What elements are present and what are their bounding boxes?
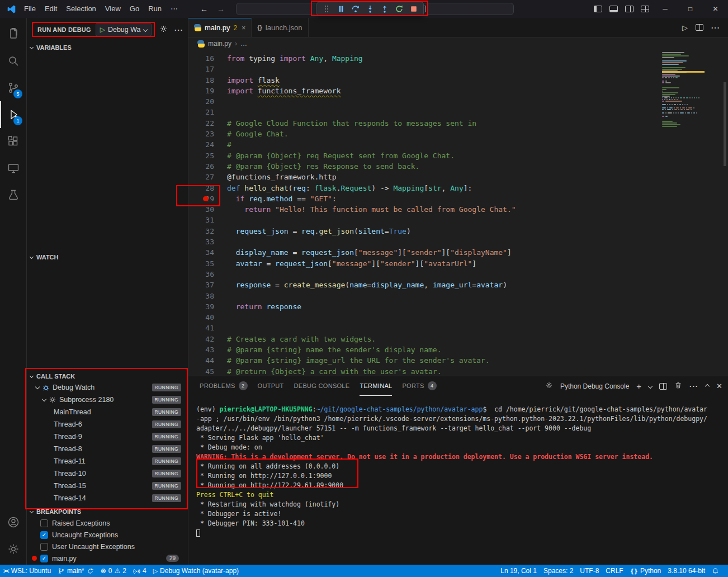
code-editor[interactable]: 16from typing import Any, Mapping1718imp…	[188, 50, 728, 376]
line-number[interactable]: 21	[188, 107, 214, 117]
menu-edit[interactable]: Edit	[40, 0, 62, 18]
back-arrow-icon[interactable]: ←	[200, 4, 208, 13]
line-number[interactable]: 27	[188, 172, 214, 182]
call-stack-row[interactable]: MainThreadRUNNING	[27, 406, 188, 418]
line-number[interactable]: 26	[188, 161, 214, 172]
run-python-file-icon[interactable]: ▷	[682, 23, 688, 32]
call-stack-row[interactable]: Thread-8RUNNING	[27, 443, 188, 455]
menu-more[interactable]: ⋯	[166, 0, 182, 18]
line-number[interactable]: 22	[188, 118, 214, 129]
status-interpreter[interactable]: 3.8.10 64-bit	[664, 565, 708, 577]
panel-tab-output[interactable]: OUTPUT	[258, 376, 284, 396]
settings-gear-icon[interactable]	[0, 536, 26, 562]
debug-config-dropdown[interactable]: ▷ Debug Wa	[96, 23, 152, 36]
customize-layout-icon[interactable]	[637, 0, 653, 18]
line-number[interactable]: 32	[188, 226, 214, 237]
call-stack-row[interactable]: Thread-15RUNNING	[27, 480, 188, 492]
line-number[interactable]: 44	[188, 355, 214, 366]
close-tab-icon[interactable]: ×	[242, 24, 245, 32]
step-over-icon[interactable]	[349, 3, 362, 15]
call-stack-row[interactable]: Thread-6RUNNING	[27, 418, 188, 431]
editor-scrollbar[interactable]	[724, 82, 726, 166]
breakpoint-glyph-icon[interactable]	[203, 196, 209, 202]
kill-terminal-icon[interactable]	[674, 381, 682, 391]
terminal-profiles-chevron-icon[interactable]	[648, 384, 653, 388]
views-more-actions-icon[interactable]: ···	[174, 26, 183, 34]
call-stack-row[interactable]: Thread-9RUNNING	[27, 431, 188, 443]
tab-main-py[interactable]: main.py2×	[188, 18, 252, 37]
minimize-button[interactable]: ─	[653, 0, 678, 18]
minimap[interactable]	[662, 52, 705, 127]
call-stack-row[interactable]: Thread-10RUNNING	[27, 467, 188, 480]
breakpoint-checkbox[interactable]: ✓	[40, 531, 48, 539]
line-number[interactable]: 35	[188, 258, 214, 269]
tab-launch-json[interactable]: {}launch.json	[252, 18, 308, 37]
close-panel-icon[interactable]: ✕	[716, 382, 722, 390]
line-number[interactable]: 29	[188, 193, 214, 204]
line-number[interactable]: 36	[188, 269, 214, 280]
toggle-secondary-sidebar-icon[interactable]	[621, 0, 637, 18]
breakpoint-row[interactable]: ✓main.py29	[27, 552, 188, 564]
status-remote[interactable]: ><WSL: Ubuntu	[0, 565, 54, 577]
search-icon[interactable]	[0, 48, 26, 74]
line-number[interactable]: 33	[188, 237, 214, 247]
status-debug-session[interactable]: ▷Debug Watch (avatar-app)	[150, 565, 242, 577]
breakpoint-row[interactable]: Raised Exceptions	[27, 517, 188, 529]
stop-icon[interactable]	[407, 3, 420, 15]
status-encoding[interactable]: UTF-8	[576, 565, 602, 577]
call-stack-row[interactable]: Thread-11RUNNING	[27, 455, 188, 467]
line-number[interactable]: 40	[188, 312, 214, 323]
line-number[interactable]: 19	[188, 86, 214, 96]
maximize-panel-icon[interactable]	[705, 384, 710, 388]
toggle-panel-icon[interactable]	[606, 0, 621, 18]
close-button[interactable]: ✕	[703, 0, 728, 18]
line-number[interactable]: 39	[188, 301, 214, 312]
call-stack-row[interactable]: Thread-14RUNNING	[27, 492, 188, 504]
breakpoint-checkbox[interactable]	[40, 543, 48, 551]
run-and-debug-icon[interactable]: 1	[0, 101, 26, 128]
pause-icon[interactable]	[334, 3, 348, 15]
status-cursor-position[interactable]: Ln 19, Col 1	[497, 565, 540, 577]
line-number[interactable]: 31	[188, 215, 214, 225]
status-language-mode[interactable]: {}Python	[627, 565, 665, 577]
testing-icon[interactable]	[0, 182, 26, 209]
panel-tab-ports[interactable]: PORTS4	[402, 376, 436, 396]
line-number[interactable]: 18	[188, 75, 214, 86]
line-number[interactable]: 16	[188, 53, 214, 64]
panel-tab-terminal[interactable]: TERMINAL	[360, 376, 392, 396]
panel-tab-debug-console[interactable]: DEBUG CONSOLE	[294, 376, 350, 396]
line-number[interactable]: 38	[188, 291, 214, 301]
breadcrumb-file[interactable]: main.py	[208, 40, 231, 48]
debug-settings-gear-icon[interactable]	[159, 25, 168, 35]
remote-explorer-icon[interactable]	[0, 155, 26, 182]
chevron-down-icon[interactable]	[35, 384, 40, 389]
call-stack-section-header[interactable]: CALL STACK	[27, 370, 188, 382]
status-indentation[interactable]: Spaces: 2	[540, 565, 576, 577]
line-number[interactable]: 43	[188, 344, 214, 355]
status-problems[interactable]: ⊗0⚠2	[97, 565, 130, 577]
variables-section-header[interactable]: VARIABLES	[27, 41, 188, 54]
terminal[interactable]: (env) pierrick@LAPTOP-HKU5PNNG:~/git/goo…	[188, 396, 728, 565]
status-notifications[interactable]	[708, 565, 722, 577]
maximize-button[interactable]: □	[678, 0, 703, 18]
line-number[interactable]: 30	[188, 204, 214, 215]
status-branch[interactable]: main*	[54, 565, 97, 577]
breakpoint-checkbox[interactable]	[40, 519, 48, 527]
menu-view[interactable]: View	[101, 0, 125, 18]
split-terminal-icon[interactable]	[659, 383, 667, 390]
line-number[interactable]: 25	[188, 150, 214, 161]
line-number[interactable]: 20	[188, 96, 214, 107]
chevron-down-icon[interactable]	[42, 396, 46, 401]
source-control-icon[interactable]: 5	[0, 74, 26, 101]
line-number[interactable]: 41	[188, 323, 214, 333]
explorer-icon[interactable]	[0, 21, 26, 48]
panel-more-actions-icon[interactable]: ···	[689, 382, 698, 390]
line-number[interactable]: 45	[188, 366, 214, 376]
call-stack-row[interactable]: Debug WatchRUNNING	[27, 381, 188, 394]
line-number[interactable]: 23	[188, 129, 214, 139]
status-eol[interactable]: CRLF	[602, 565, 626, 577]
editor-more-actions-icon[interactable]: ···	[711, 23, 720, 32]
line-number[interactable]: 42	[188, 334, 214, 344]
line-number[interactable]: 34	[188, 247, 214, 258]
step-into-icon[interactable]	[363, 3, 377, 15]
